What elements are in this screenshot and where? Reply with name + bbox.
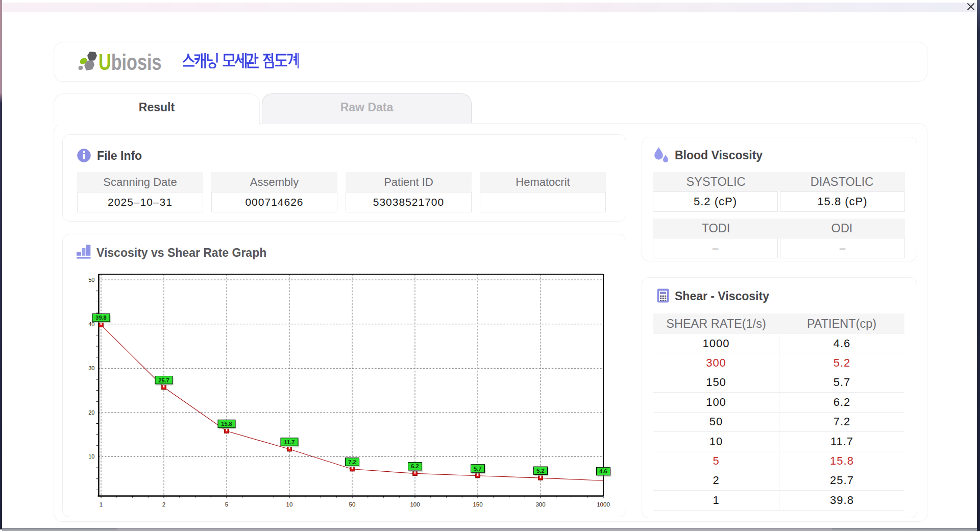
- svg-text:10: 10: [286, 501, 293, 508]
- svg-text:7.2: 7.2: [348, 459, 356, 465]
- svg-text:150: 150: [473, 501, 482, 508]
- svg-text:1: 1: [100, 501, 103, 508]
- svg-text:5.2: 5.2: [536, 468, 544, 474]
- svg-text:50: 50: [349, 501, 356, 508]
- svg-text:20: 20: [88, 409, 94, 416]
- svg-text:6.2: 6.2: [411, 463, 419, 469]
- svg-text:39.8: 39.8: [95, 315, 106, 321]
- svg-text:15.8: 15.8: [221, 421, 232, 427]
- svg-text:1000: 1000: [597, 501, 610, 508]
- svg-text:25.7: 25.7: [158, 377, 169, 383]
- svg-text:2: 2: [162, 501, 165, 508]
- svg-text:4.6: 4.6: [599, 468, 607, 474]
- svg-text:10: 10: [88, 453, 94, 460]
- svg-text:5: 5: [225, 501, 228, 508]
- svg-text:300: 300: [535, 501, 545, 508]
- svg-text:11.7: 11.7: [284, 439, 295, 445]
- svg-text:30: 30: [88, 365, 94, 371]
- svg-text:50: 50: [88, 277, 94, 283]
- svg-text:5.7: 5.7: [474, 466, 481, 472]
- svg-text:100: 100: [410, 501, 420, 508]
